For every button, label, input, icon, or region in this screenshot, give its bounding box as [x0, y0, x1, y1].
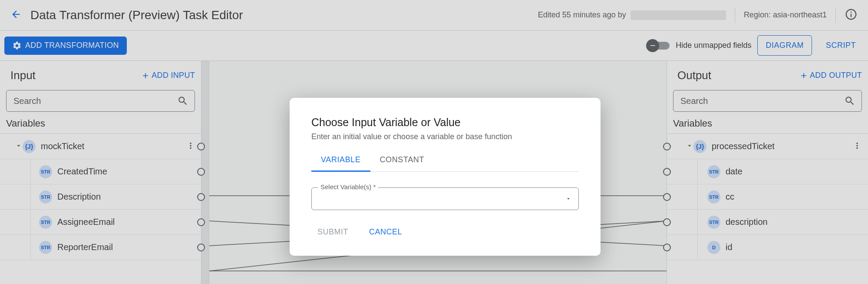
tab-constant[interactable]: CONSTANT	[370, 150, 434, 172]
select-variables-dropdown[interactable]: Select Variable(s) *	[311, 187, 579, 210]
select-variables-label: Select Variable(s) *	[318, 183, 378, 190]
choose-input-dialog: Choose Input Variable or Value Enter an …	[290, 98, 601, 256]
submit-button[interactable]: SUBMIT	[311, 223, 354, 241]
tab-variable[interactable]: VARIABLE	[311, 150, 370, 172]
dropdown-arrow-icon	[565, 196, 571, 202]
dialog-subtitle: Enter an initial value or choose a varia…	[311, 132, 579, 141]
dialog-tabs: VARIABLE CONSTANT	[311, 150, 579, 172]
dialog-title: Choose Input Variable or Value	[311, 116, 579, 129]
cancel-button[interactable]: CANCEL	[363, 223, 408, 241]
